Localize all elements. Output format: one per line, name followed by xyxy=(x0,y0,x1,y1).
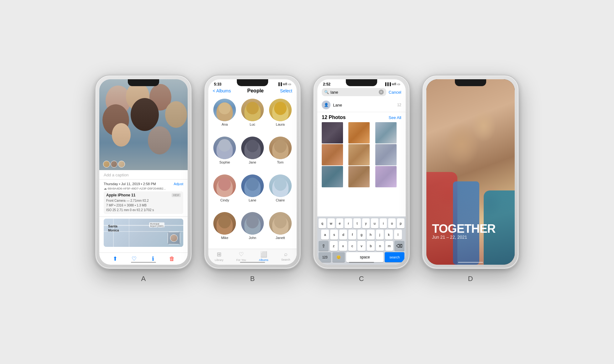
photo-thumb-6[interactable] xyxy=(375,144,397,165)
key-d[interactable]: d xyxy=(339,230,347,240)
photo-detail: 7 MP • 2316 × 3088 • 1.3 MB xyxy=(106,203,181,208)
key-z[interactable]: z xyxy=(330,241,338,251)
key-i[interactable]: i xyxy=(380,218,387,228)
photo-meta: Thursday • Jul 11, 2019 • 2:58 PM Adjust… xyxy=(99,179,188,217)
person-luc[interactable]: Luc xyxy=(241,99,265,133)
tab-albums-label: Albums xyxy=(259,258,268,262)
phone-a-screen: Add a caption Thursday • Jul 11, 2019 • … xyxy=(99,79,188,265)
key-r[interactable]: r xyxy=(345,218,352,228)
key-e[interactable]: e xyxy=(336,218,344,228)
key-h[interactable]: h xyxy=(367,230,375,240)
key-space[interactable]: space xyxy=(346,252,383,262)
key-m[interactable]: m xyxy=(385,241,393,251)
photo-thumb-4[interactable] xyxy=(322,144,343,165)
key-l[interactable]: l xyxy=(394,230,402,240)
person-janett[interactable]: Janett xyxy=(268,212,292,246)
delete-icon[interactable]: 🗑 xyxy=(169,255,175,262)
exif-data: ISO 25 2.71 mm 0 ev f/2.2 1/702 s xyxy=(106,208,181,212)
person-ana[interactable]: Ana xyxy=(213,99,237,133)
phone-d: TOGETHER Jun 21 – 22, 2021 xyxy=(422,75,519,269)
adjust-button[interactable]: Adjust xyxy=(174,182,183,186)
caption-area: Add a caption xyxy=(99,170,188,179)
phone-a-wrapper: Add a caption Thursday • Jul 11, 2019 • … xyxy=(95,75,192,283)
key-emoji[interactable]: 😊 xyxy=(332,252,345,262)
photo-thumb-3[interactable] xyxy=(375,122,397,143)
search-clear-button[interactable]: ✕ xyxy=(379,90,384,95)
phone-b-label: B xyxy=(250,275,255,283)
avatar-tom xyxy=(269,137,292,159)
search-tab-icon: ⌕ xyxy=(284,251,288,257)
tab-foryou[interactable]: ♡ For You xyxy=(236,251,246,262)
tab-albums[interactable]: ⬜ Albums xyxy=(259,251,268,262)
key-q[interactable]: q xyxy=(319,218,326,228)
search-result-person[interactable]: 👤 Lane 12 xyxy=(317,98,406,112)
key-g[interactable]: g xyxy=(357,230,365,240)
key-o[interactable]: o xyxy=(388,218,396,228)
person-mike[interactable]: Mike xyxy=(213,212,237,246)
person-laura[interactable]: Laura xyxy=(268,99,292,133)
key-j[interactable]: j xyxy=(376,230,384,240)
home-bar-b xyxy=(240,262,265,263)
person-tom[interactable]: Tom xyxy=(268,137,292,171)
map-city1: Santa xyxy=(108,224,117,228)
key-123[interactable]: 123 xyxy=(319,252,331,262)
phone-a-label: A xyxy=(141,275,146,283)
key-shift[interactable]: ⇧ xyxy=(319,241,329,251)
key-v[interactable]: v xyxy=(357,241,366,251)
photo-thumb-9[interactable] xyxy=(375,166,397,187)
keyboard: q w e r t y u i o p a xyxy=(317,216,406,265)
albums-back-button[interactable]: < Albums xyxy=(213,88,231,93)
device-title: Apple iPhone 11 xyxy=(106,193,135,197)
photo-thumb-8[interactable] xyxy=(348,166,370,187)
signal-icon: ▐▐ xyxy=(277,82,282,86)
key-delete[interactable]: ⌫ xyxy=(394,241,404,251)
photo-thumb-2[interactable] xyxy=(348,122,370,143)
cancel-button[interactable]: Cancel xyxy=(389,90,401,95)
key-n[interactable]: n xyxy=(376,241,384,251)
map-area[interactable]: Santa Monica MunicipalAirport (SMO) xyxy=(104,219,183,247)
key-x[interactable]: x xyxy=(339,241,347,251)
home-bar-d xyxy=(458,262,483,263)
avatar-janett xyxy=(269,212,292,235)
together-date: Jun 21 – 22, 2021 xyxy=(432,235,509,240)
person-name-luc: Luc xyxy=(250,122,255,126)
person-jane[interactable]: Jane xyxy=(241,137,265,171)
heif-badge: HEIF xyxy=(172,193,181,197)
key-f[interactable]: f xyxy=(348,230,356,240)
search-input-text[interactable]: lane xyxy=(330,90,377,95)
key-c[interactable]: c xyxy=(348,241,356,251)
key-a[interactable]: a xyxy=(321,230,329,240)
key-p[interactable]: p xyxy=(397,218,404,228)
photo-thumb-7[interactable] xyxy=(322,166,343,187)
icloud-id: ☁ 68A9A4D6-AF5F-49D7-A23F-D5F2046B2... xyxy=(104,187,183,190)
search-key[interactable]: search xyxy=(385,252,404,262)
see-all-button[interactable]: See All xyxy=(389,115,401,120)
key-y[interactable]: y xyxy=(362,218,370,228)
tab-search[interactable]: ⌕ Search xyxy=(281,251,290,262)
person-john[interactable]: John xyxy=(241,212,265,246)
info-icon[interactable]: ℹ xyxy=(149,255,156,262)
person-lane[interactable]: Lane xyxy=(241,174,265,209)
photo-thumb-1[interactable] xyxy=(322,122,343,143)
phone-b: 5:33 ▐▐ wifi ▭ < Albums People Select xyxy=(204,75,301,269)
key-k[interactable]: k xyxy=(385,230,393,240)
share-icon[interactable]: ⬆ xyxy=(112,255,118,262)
key-t[interactable]: t xyxy=(353,218,361,228)
tab-library[interactable]: ⊞ Library xyxy=(215,251,224,262)
key-s[interactable]: s xyxy=(330,230,338,240)
person-cindy[interactable]: Cindy xyxy=(213,174,237,209)
library-icon: ⊞ xyxy=(217,251,221,258)
person-claire[interactable]: Claire xyxy=(268,174,292,209)
search-input-wrapper[interactable]: 🔍 lane ✕ xyxy=(322,88,386,96)
key-w[interactable]: w xyxy=(327,218,335,228)
avatar-claire xyxy=(269,174,292,197)
avatar-ana xyxy=(213,99,236,121)
result-count: 12 xyxy=(397,103,401,107)
key-b[interactable]: b xyxy=(367,241,375,251)
photo-thumb-5[interactable] xyxy=(348,144,370,165)
like-icon[interactable]: ♡ xyxy=(131,255,138,262)
select-button[interactable]: Select xyxy=(280,88,292,93)
person-sophie[interactable]: Sophie xyxy=(213,137,237,171)
key-u[interactable]: u xyxy=(371,218,378,228)
person-name-tom: Tom xyxy=(277,160,284,164)
